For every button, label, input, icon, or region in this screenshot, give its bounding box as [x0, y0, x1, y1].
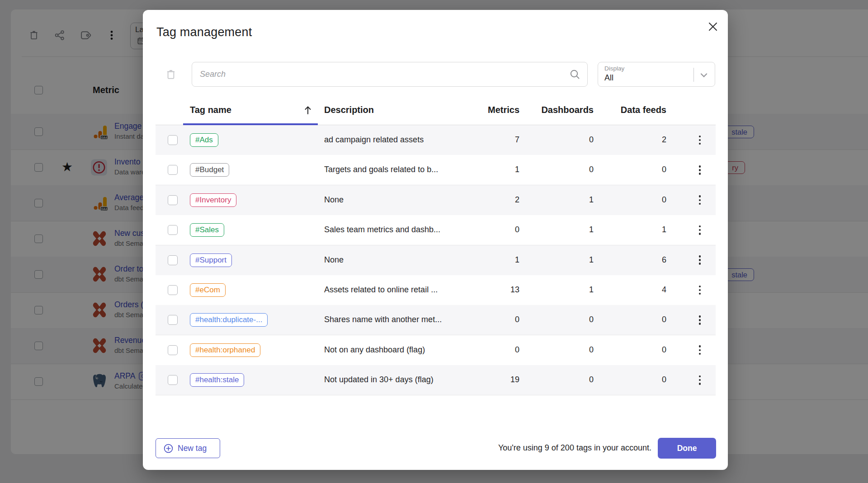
tag-description: None [324, 195, 344, 205]
column-header-metrics[interactable]: Metrics [452, 105, 519, 115]
tag-row-menu-icon[interactable] [692, 132, 708, 148]
tag-row-menu-icon[interactable] [692, 162, 708, 178]
close-icon[interactable] [704, 18, 722, 35]
tag-row-checkbox[interactable] [168, 375, 178, 385]
tag-pill: #Sales [190, 223, 224, 237]
tag-metrics-count: 1 [452, 165, 519, 174]
tag-row: #SalesSales team metrics and dashb...011 [156, 215, 716, 245]
tag-dashboards-count: 1 [526, 225, 594, 234]
tag-data-feeds-count: 0 [599, 315, 666, 324]
column-header-dashboards[interactable]: Dashboards [526, 105, 594, 115]
tag-row-checkbox[interactable] [168, 345, 178, 355]
tag-data-feeds-count: 6 [599, 255, 666, 265]
tag-pill: #health:duplicate-... [190, 313, 268, 327]
tag-dashboards-count: 0 [526, 165, 594, 174]
tag-data-feeds-count: 0 [599, 195, 666, 205]
tag-pill: #health:stale [190, 373, 244, 387]
tag-description: Not on any dashboard (flag) [324, 345, 425, 355]
tag-data-feeds-count: 1 [599, 225, 666, 234]
tag-row-menu-icon[interactable] [692, 372, 708, 388]
tag-row-checkbox[interactable] [168, 165, 178, 175]
tag-description: Sales team metrics and dashb... [324, 225, 440, 234]
tag-pill: #Support [190, 253, 232, 267]
tag-pill: #Inventory [190, 193, 236, 207]
tag-row-checkbox[interactable] [168, 225, 178, 235]
tag-dashboards-count: 0 [526, 315, 594, 324]
done-button[interactable]: Done [658, 438, 716, 459]
tag-usage-text: You're using 9 of 200 tags in your accou… [425, 443, 651, 453]
new-tag-button[interactable]: New tag [156, 438, 220, 458]
tag-metrics-count: 19 [452, 375, 519, 385]
column-header-data-feeds[interactable]: Data feeds [599, 105, 666, 115]
tag-row-menu-icon[interactable] [692, 192, 708, 208]
tag-row: #health:orphanedNot on any dashboard (fl… [156, 335, 716, 365]
tag-dashboards-count: 0 [526, 345, 594, 355]
tag-row-checkbox[interactable] [168, 285, 178, 295]
sorted-column-indicator [183, 123, 318, 125]
tag-row-checkbox[interactable] [168, 135, 178, 145]
tag-row-menu-icon[interactable] [692, 312, 708, 328]
display-dropdown[interactable]: Display All [598, 62, 715, 87]
delete-tag-icon[interactable] [165, 68, 177, 81]
tag-dashboards-count: 1 [526, 285, 594, 295]
tag-dashboards-count: 1 [526, 255, 594, 265]
tag-data-feeds-count: 0 [599, 345, 666, 355]
display-dropdown-label: Display [604, 65, 624, 72]
tag-description: Shares name with another met... [324, 315, 442, 324]
tag-description: Assets related to online retail ... [324, 285, 438, 295]
tag-row-checkbox[interactable] [168, 315, 178, 325]
tag-metrics-count: 1 [452, 255, 519, 265]
tag-dashboards-count: 0 [526, 375, 594, 385]
tag-data-feeds-count: 4 [599, 285, 666, 295]
tag-data-feeds-count: 0 [599, 165, 666, 174]
search-input[interactable] [192, 62, 587, 86]
modal-title: Tag management [156, 25, 252, 39]
tag-description: ad campaign related assets [324, 135, 424, 145]
tag-pill: #eCom [190, 283, 226, 297]
tag-row-menu-icon[interactable] [692, 342, 708, 358]
tag-description: None [324, 255, 344, 265]
tag-row-checkbox[interactable] [168, 195, 178, 205]
column-header-tag-name[interactable]: Tag name [190, 105, 231, 115]
tag-management-modal: Tag management Display All Ta [143, 10, 728, 470]
tag-row-menu-icon[interactable] [692, 252, 708, 268]
chevron-down-icon [698, 70, 709, 80]
display-dropdown-value: All [604, 73, 613, 83]
plus-circle-icon [163, 443, 174, 454]
tag-row: #SupportNone116 [156, 245, 716, 275]
tag-row: #health:duplicate-...Shares name with an… [156, 305, 716, 335]
screen: Las Metric GA4 Engage Instant da stale [0, 0, 868, 483]
tag-metrics-count: 13 [452, 285, 519, 295]
column-header-description[interactable]: Description [324, 105, 374, 115]
tag-metrics-count: 2 [452, 195, 519, 205]
dropdown-divider [693, 68, 694, 82]
tag-pill: #health:orphaned [190, 343, 260, 357]
tag-row-checkbox[interactable] [168, 255, 178, 265]
tag-row: #InventoryNone210 [156, 185, 716, 215]
tag-metrics-count: 7 [452, 135, 519, 145]
tag-description: Targets and goals related to b... [324, 165, 438, 174]
tag-dashboards-count: 0 [526, 135, 594, 145]
tag-metrics-count: 0 [452, 315, 519, 324]
tag-row-menu-icon[interactable] [692, 222, 708, 238]
tag-row: #BudgetTargets and goals related to b...… [156, 155, 716, 185]
tag-data-feeds-count: 2 [599, 135, 666, 145]
tag-dashboards-count: 1 [526, 195, 594, 205]
tag-row-menu-icon[interactable] [692, 282, 708, 298]
search-box [192, 62, 588, 87]
tag-metrics-count: 0 [452, 225, 519, 234]
search-icon [569, 68, 581, 81]
tag-row: #health:staleNot updated in 30+ days (fl… [156, 365, 716, 395]
new-tag-label: New tag [178, 444, 207, 453]
tag-metrics-count: 0 [452, 345, 519, 355]
tag-row: #eComAssets related to online retail ...… [156, 275, 716, 305]
tag-description: Not updated in 30+ days (flag) [324, 375, 434, 385]
tag-row: #Adsad campaign related assets702 [156, 125, 716, 155]
sort-ascending-icon[interactable] [302, 104, 314, 116]
tag-pill: #Budget [190, 163, 229, 177]
tag-pill: #Ads [190, 133, 218, 147]
tag-data-feeds-count: 0 [599, 375, 666, 385]
